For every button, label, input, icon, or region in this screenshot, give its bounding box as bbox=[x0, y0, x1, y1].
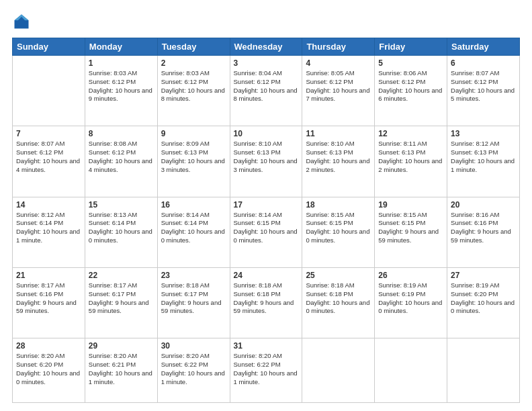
day-info: Sunrise: 8:18 AM Sunset: 6:18 PM Dayligh… bbox=[306, 281, 371, 316]
day-number: 21 bbox=[16, 271, 81, 280]
day-info: Sunrise: 8:19 AM Sunset: 6:20 PM Dayligh… bbox=[451, 281, 516, 316]
day-info: Sunrise: 8:10 AM Sunset: 6:13 PM Dayligh… bbox=[234, 140, 299, 174]
day-info: Sunrise: 8:06 AM Sunset: 6:12 PM Dayligh… bbox=[378, 69, 443, 103]
day-number: 20 bbox=[451, 200, 516, 210]
calendar-cell: 6Sunrise: 8:07 AM Sunset: 6:12 PM Daylig… bbox=[447, 56, 520, 126]
calendar-cell: 10Sunrise: 8:10 AM Sunset: 6:13 PM Dayli… bbox=[230, 126, 302, 197]
page: SundayMondayTuesdayWednesdayThursdayFrid… bbox=[0, 0, 532, 411]
calendar-cell: 13Sunrise: 8:12 AM Sunset: 6:13 PM Dayli… bbox=[447, 126, 520, 197]
calendar-cell: 31Sunrise: 8:20 AM Sunset: 6:22 PM Dayli… bbox=[230, 338, 302, 403]
day-info: Sunrise: 8:04 AM Sunset: 6:12 PM Dayligh… bbox=[234, 69, 299, 103]
day-info: Sunrise: 8:18 AM Sunset: 6:18 PM Dayligh… bbox=[234, 281, 299, 316]
day-number: 5 bbox=[378, 58, 443, 68]
day-info: Sunrise: 8:20 AM Sunset: 6:22 PM Dayligh… bbox=[234, 352, 299, 386]
day-number: 24 bbox=[234, 271, 299, 280]
calendar-week-row: 7Sunrise: 8:07 AM Sunset: 6:12 PM Daylig… bbox=[13, 126, 520, 197]
calendar-cell bbox=[447, 338, 520, 403]
day-number: 15 bbox=[89, 200, 154, 210]
day-info: Sunrise: 8:14 AM Sunset: 6:14 PM Dayligh… bbox=[161, 211, 226, 245]
day-info: Sunrise: 8:18 AM Sunset: 6:17 PM Dayligh… bbox=[161, 281, 226, 316]
day-number: 31 bbox=[234, 341, 299, 351]
day-number: 19 bbox=[378, 200, 443, 210]
calendar-cell: 22Sunrise: 8:17 AM Sunset: 6:17 PM Dayli… bbox=[85, 267, 157, 338]
day-number: 12 bbox=[378, 129, 443, 138]
day-info: Sunrise: 8:20 AM Sunset: 6:20 PM Dayligh… bbox=[16, 352, 81, 386]
calendar-week-row: 21Sunrise: 8:17 AM Sunset: 6:16 PM Dayli… bbox=[13, 267, 520, 338]
calendar-cell: 21Sunrise: 8:17 AM Sunset: 6:16 PM Dayli… bbox=[13, 267, 85, 338]
day-number: 10 bbox=[234, 129, 299, 138]
calendar-cell bbox=[375, 338, 447, 403]
day-info: Sunrise: 8:08 AM Sunset: 6:12 PM Dayligh… bbox=[89, 140, 154, 174]
day-info: Sunrise: 8:07 AM Sunset: 6:12 PM Dayligh… bbox=[16, 140, 81, 174]
day-number: 13 bbox=[451, 129, 516, 138]
day-number: 30 bbox=[161, 341, 226, 351]
day-info: Sunrise: 8:03 AM Sunset: 6:12 PM Dayligh… bbox=[89, 69, 154, 103]
day-number: 7 bbox=[16, 129, 81, 138]
calendar-cell: 5Sunrise: 8:06 AM Sunset: 6:12 PM Daylig… bbox=[375, 56, 447, 126]
logo-icon bbox=[12, 12, 31, 31]
calendar-cell: 27Sunrise: 8:19 AM Sunset: 6:20 PM Dayli… bbox=[447, 267, 520, 338]
day-info: Sunrise: 8:15 AM Sunset: 6:15 PM Dayligh… bbox=[378, 211, 443, 245]
weekday-header-friday: Friday bbox=[375, 38, 447, 56]
calendar-cell: 14Sunrise: 8:12 AM Sunset: 6:14 PM Dayli… bbox=[13, 197, 85, 267]
day-info: Sunrise: 8:09 AM Sunset: 6:13 PM Dayligh… bbox=[161, 140, 226, 174]
day-number: 25 bbox=[306, 271, 371, 280]
day-number: 2 bbox=[161, 58, 226, 68]
calendar-cell: 11Sunrise: 8:10 AM Sunset: 6:13 PM Dayli… bbox=[302, 126, 375, 197]
day-number: 22 bbox=[89, 271, 154, 280]
day-number: 27 bbox=[451, 271, 516, 280]
day-number: 18 bbox=[306, 200, 371, 210]
day-number: 1 bbox=[89, 58, 154, 68]
day-info: Sunrise: 8:12 AM Sunset: 6:13 PM Dayligh… bbox=[451, 140, 516, 174]
day-info: Sunrise: 8:13 AM Sunset: 6:14 PM Dayligh… bbox=[89, 211, 154, 245]
calendar-cell: 8Sunrise: 8:08 AM Sunset: 6:12 PM Daylig… bbox=[85, 126, 157, 197]
calendar-week-row: 1Sunrise: 8:03 AM Sunset: 6:12 PM Daylig… bbox=[13, 56, 520, 126]
day-number: 6 bbox=[451, 58, 516, 68]
day-number: 4 bbox=[306, 58, 371, 68]
weekday-header-saturday: Saturday bbox=[447, 38, 520, 56]
calendar-cell: 9Sunrise: 8:09 AM Sunset: 6:13 PM Daylig… bbox=[157, 126, 230, 197]
calendar-cell: 3Sunrise: 8:04 AM Sunset: 6:12 PM Daylig… bbox=[230, 56, 302, 126]
day-info: Sunrise: 8:17 AM Sunset: 6:17 PM Dayligh… bbox=[89, 281, 154, 316]
day-number: 29 bbox=[89, 341, 154, 351]
day-info: Sunrise: 8:20 AM Sunset: 6:22 PM Dayligh… bbox=[161, 352, 226, 386]
day-info: Sunrise: 8:17 AM Sunset: 6:16 PM Dayligh… bbox=[16, 281, 81, 316]
weekday-header-thursday: Thursday bbox=[302, 38, 375, 56]
header bbox=[12, 12, 520, 31]
weekday-header-tuesday: Tuesday bbox=[157, 38, 230, 56]
calendar-cell: 2Sunrise: 8:03 AM Sunset: 6:12 PM Daylig… bbox=[157, 56, 230, 126]
weekday-header-monday: Monday bbox=[85, 38, 157, 56]
calendar-cell: 26Sunrise: 8:19 AM Sunset: 6:19 PM Dayli… bbox=[375, 267, 447, 338]
calendar-cell: 17Sunrise: 8:14 AM Sunset: 6:15 PM Dayli… bbox=[230, 197, 302, 267]
day-number: 14 bbox=[16, 200, 81, 210]
calendar-cell: 1Sunrise: 8:03 AM Sunset: 6:12 PM Daylig… bbox=[85, 56, 157, 126]
day-number: 3 bbox=[234, 58, 299, 68]
calendar-cell: 12Sunrise: 8:11 AM Sunset: 6:13 PM Dayli… bbox=[375, 126, 447, 197]
calendar-cell: 18Sunrise: 8:15 AM Sunset: 6:15 PM Dayli… bbox=[302, 197, 375, 267]
calendar-cell: 4Sunrise: 8:05 AM Sunset: 6:12 PM Daylig… bbox=[302, 56, 375, 126]
weekday-header-wednesday: Wednesday bbox=[230, 38, 302, 56]
day-number: 9 bbox=[161, 129, 226, 138]
day-number: 28 bbox=[16, 341, 81, 351]
calendar-week-row: 14Sunrise: 8:12 AM Sunset: 6:14 PM Dayli… bbox=[13, 197, 520, 267]
calendar-cell bbox=[13, 56, 85, 126]
day-number: 11 bbox=[306, 129, 371, 138]
day-info: Sunrise: 8:15 AM Sunset: 6:15 PM Dayligh… bbox=[306, 211, 371, 245]
calendar-cell: 15Sunrise: 8:13 AM Sunset: 6:14 PM Dayli… bbox=[85, 197, 157, 267]
day-info: Sunrise: 8:12 AM Sunset: 6:14 PM Dayligh… bbox=[16, 211, 81, 245]
calendar-cell: 30Sunrise: 8:20 AM Sunset: 6:22 PM Dayli… bbox=[157, 338, 230, 403]
day-info: Sunrise: 8:11 AM Sunset: 6:13 PM Dayligh… bbox=[378, 140, 443, 174]
calendar-cell: 29Sunrise: 8:20 AM Sunset: 6:21 PM Dayli… bbox=[85, 338, 157, 403]
calendar-cell bbox=[302, 338, 375, 403]
calendar-table: SundayMondayTuesdayWednesdayThursdayFrid… bbox=[12, 38, 520, 403]
calendar-cell: 7Sunrise: 8:07 AM Sunset: 6:12 PM Daylig… bbox=[13, 126, 85, 197]
day-number: 8 bbox=[89, 129, 154, 138]
weekday-header-row: SundayMondayTuesdayWednesdayThursdayFrid… bbox=[13, 38, 520, 56]
weekday-header-sunday: Sunday bbox=[13, 38, 85, 56]
calendar-week-row: 28Sunrise: 8:20 AM Sunset: 6:20 PM Dayli… bbox=[13, 338, 520, 403]
logo bbox=[12, 12, 34, 31]
day-number: 26 bbox=[378, 271, 443, 280]
day-info: Sunrise: 8:05 AM Sunset: 6:12 PM Dayligh… bbox=[306, 69, 371, 103]
calendar-cell: 16Sunrise: 8:14 AM Sunset: 6:14 PM Dayli… bbox=[157, 197, 230, 267]
calendar-cell: 20Sunrise: 8:16 AM Sunset: 6:16 PM Dayli… bbox=[447, 197, 520, 267]
